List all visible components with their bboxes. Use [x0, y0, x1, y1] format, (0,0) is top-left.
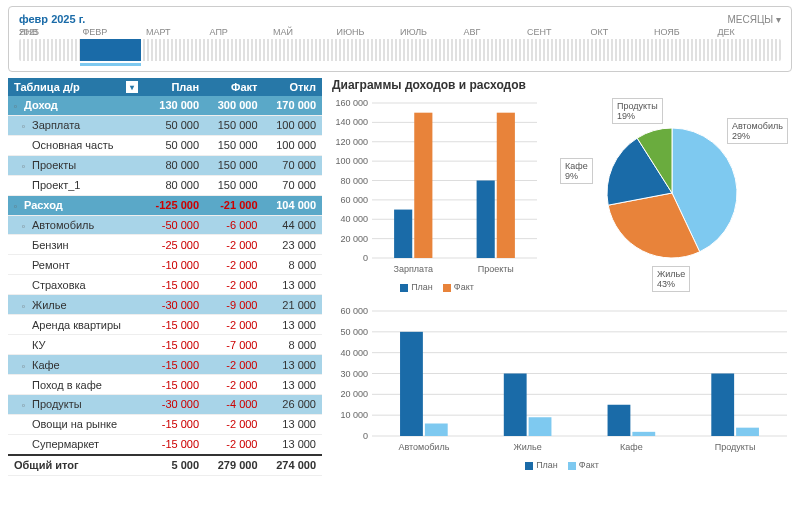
pie-slice-label: Продукты19%	[612, 98, 663, 124]
table-cell: ▫Зарплата	[8, 115, 142, 135]
svg-rect-21	[477, 181, 495, 259]
table-cell: 13 000	[264, 434, 323, 455]
svg-text:80 000: 80 000	[340, 176, 368, 186]
table-cell: ▫Жилье	[8, 295, 142, 315]
expand-icon[interactable]: ▫	[14, 102, 22, 111]
expand-icon[interactable]: ▫	[22, 222, 30, 231]
table-row[interactable]: КУ-15 000-7 0008 000	[8, 335, 322, 355]
expand-icon[interactable]: ▫	[22, 162, 30, 171]
table-row[interactable]: Проект_180 000150 00070 000	[8, 175, 322, 195]
timeline-month-label[interactable]: ИЮНЬ	[337, 27, 401, 37]
timeline-period-dropdown[interactable]: МЕСЯЦЫ ▾	[728, 14, 781, 25]
table-cell: 13 000	[264, 315, 323, 335]
table-cell: -2 000	[205, 414, 263, 434]
timeline-month-label[interactable]: МАЙ	[273, 27, 337, 37]
table-cell: -2 000	[205, 434, 263, 455]
table-row[interactable]: ▫Доход130 000300 000170 000	[8, 96, 322, 115]
pivot-table[interactable]: Таблица д/р▾ПланФактОткл ▫Доход130 00030…	[8, 78, 322, 476]
timeline-month-label[interactable]: ФЕВР	[83, 27, 147, 37]
table-cell: 8 000	[264, 255, 323, 275]
table-cell: -25 000	[142, 235, 205, 255]
expand-icon[interactable]: ▫	[22, 302, 30, 311]
table-row[interactable]: Супермаркет-15 000-2 00013 000	[8, 434, 322, 455]
timeline-month-label[interactable]: АВГ	[464, 27, 528, 37]
timeline-selection[interactable]	[80, 39, 141, 61]
table-cell: -2 000	[205, 315, 263, 335]
table-cell: 13 000	[264, 355, 323, 375]
table-row[interactable]: ▫Автомобиль-50 000-6 00044 000	[8, 215, 322, 235]
table-cell: ▫Кафе	[8, 355, 142, 375]
table-row[interactable]: ▫Проекты80 000150 00070 000	[8, 155, 322, 175]
table-row[interactable]: Страховка-15 000-2 00013 000	[8, 275, 322, 295]
expand-icon[interactable]: ▫	[22, 401, 30, 410]
table-row[interactable]: Поход в кафе-15 000-2 00013 000	[8, 375, 322, 395]
table-row[interactable]: ▫Зарплата50 000150 000100 000	[8, 115, 322, 135]
svg-rect-22	[497, 113, 515, 258]
table-row[interactable]: ▫Жилье-30 000-9 00021 000	[8, 295, 322, 315]
table-row[interactable]: ▫Расход-125 000-21 000104 000	[8, 195, 322, 215]
timeline-month-label[interactable]: НОЯБ	[654, 27, 718, 37]
table-row[interactable]: ▫Продукты-30 000-4 00026 000	[8, 394, 322, 414]
table-header[interactable]: Откл	[264, 78, 323, 96]
svg-text:100 000: 100 000	[335, 156, 368, 166]
timeline-month-label[interactable]: ЯНВ	[19, 27, 83, 37]
timeline-month-label[interactable]: МАРТ	[146, 27, 210, 37]
table-row[interactable]: Аренда квартиры-15 000-2 00013 000	[8, 315, 322, 335]
table-cell: -15 000	[142, 275, 205, 295]
svg-rect-44	[608, 405, 631, 436]
table-row[interactable]: ▫Кафе-15 000-2 00013 000	[8, 355, 322, 375]
table-cell: 23 000	[264, 235, 323, 255]
pie-slice-label: Автомобиль29%	[727, 118, 788, 144]
expand-icon[interactable]: ▫	[14, 202, 22, 211]
table-row[interactable]: Овощи на рынке-15 000-2 00013 000	[8, 414, 322, 434]
timeline-month-label[interactable]: ИЮЛЬ	[400, 27, 464, 37]
table-cell: -125 000	[142, 195, 205, 215]
svg-text:Зарплата: Зарплата	[394, 264, 433, 274]
table-header[interactable]: Таблица д/р▾	[8, 78, 142, 96]
table-cell: -30 000	[142, 295, 205, 315]
svg-text:10 000: 10 000	[340, 410, 368, 420]
svg-rect-39	[425, 424, 448, 437]
table-cell: -10 000	[142, 255, 205, 275]
expand-icon[interactable]: ▫	[22, 122, 30, 131]
table-header[interactable]: Факт	[205, 78, 263, 96]
svg-rect-38	[400, 332, 423, 436]
table-row[interactable]: Ремонт-10 000-2 0008 000	[8, 255, 322, 275]
table-cell: 130 000	[142, 96, 205, 115]
table-cell: 8 000	[264, 335, 323, 355]
table-cell: -15 000	[142, 355, 205, 375]
svg-text:40 000: 40 000	[340, 214, 368, 224]
table-header[interactable]: План	[142, 78, 205, 96]
expand-icon[interactable]: ▫	[22, 362, 30, 371]
timeline-month-label[interactable]: ДЕК	[718, 27, 782, 37]
table-cell: ▫Продукты	[8, 394, 142, 414]
svg-text:50 000: 50 000	[340, 327, 368, 337]
svg-text:0: 0	[363, 431, 368, 441]
table-cell: 26 000	[264, 394, 323, 414]
table-cell: Овощи на рынке	[8, 414, 142, 434]
table-cell: -9 000	[205, 295, 263, 315]
timeline-track[interactable]: ЯНВФЕВРМАРТАПРМАЙИЮНЬИЮЛЬАВГСЕНТОКТНОЯБД…	[19, 39, 781, 61]
pie-slice-label: Кафе9%	[560, 158, 593, 184]
table-cell: 150 000	[205, 115, 263, 135]
svg-text:140 000: 140 000	[335, 117, 368, 127]
table-row[interactable]: Основная часть50 000150 000100 000	[8, 135, 322, 155]
svg-rect-47	[711, 374, 734, 437]
table-cell: -2 000	[205, 355, 263, 375]
table-cell: 44 000	[264, 215, 323, 235]
svg-text:60 000: 60 000	[340, 306, 368, 316]
svg-text:Жилье: Жилье	[513, 442, 541, 452]
table-row[interactable]: Общий итог5 000279 000274 000	[8, 455, 322, 476]
table-cell: 104 000	[264, 195, 323, 215]
timeline-month-label[interactable]: ОКТ	[591, 27, 655, 37]
filter-icon[interactable]: ▾	[126, 81, 138, 93]
svg-rect-45	[632, 432, 655, 436]
timeline-month-label[interactable]: АПР	[210, 27, 274, 37]
table-row[interactable]: Бензин-25 000-2 00023 000	[8, 235, 322, 255]
table-cell: 100 000	[264, 115, 323, 135]
table-cell: -50 000	[142, 215, 205, 235]
timeline-month-label[interactable]: СЕНТ	[527, 27, 591, 37]
table-cell: 80 000	[142, 155, 205, 175]
table-cell: -2 000	[205, 235, 263, 255]
timeline-slicer[interactable]: февр 2025 г. МЕСЯЦЫ ▾ 2025 ЯНВФЕВРМАРТАП…	[8, 6, 792, 72]
